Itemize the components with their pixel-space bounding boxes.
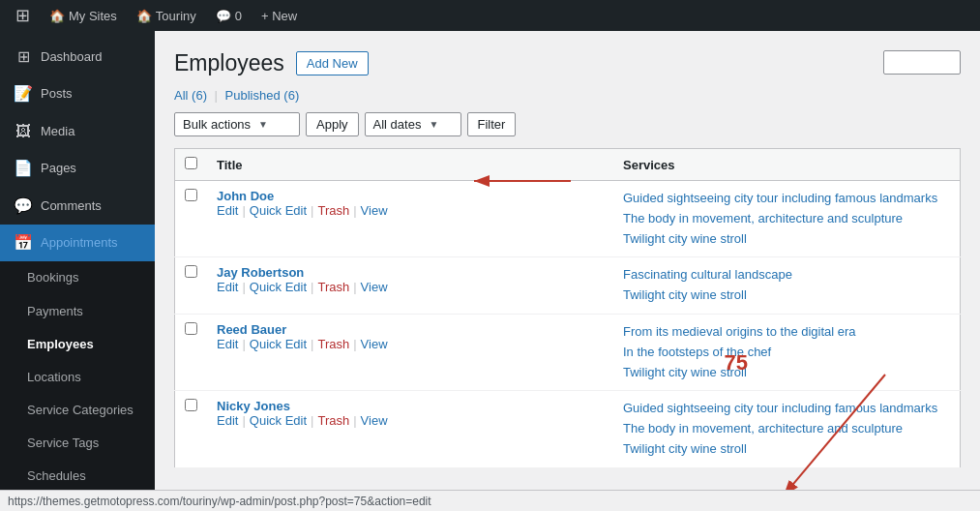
sidebar-item-payments[interactable]: Payments [0, 295, 155, 328]
all-dates-select[interactable]: All dates ▼ [365, 112, 461, 136]
service-link[interactable]: Twilight city wine stroll [623, 286, 950, 306]
services-cell-2: From its medieval origins to the digital… [613, 314, 961, 390]
page-header: Employees Add New [174, 50, 961, 76]
sidebar-item-appointments[interactable]: 📅 Appointments [0, 225, 155, 261]
sidebar-item-dashboard[interactable]: ⊞ Dashboard [0, 39, 155, 75]
quick-edit-link-1[interactable]: Quick Edit [250, 280, 307, 294]
row-title-1[interactable]: Jay Robertson [217, 265, 304, 280]
pages-icon: 📄 [14, 158, 33, 179]
select-all-checkbox[interactable] [185, 157, 197, 169]
my-sites-link[interactable]: 🏠 My Sites [42, 0, 125, 31]
home-icon: 🏠 [49, 9, 65, 23]
filter-all-link[interactable]: All (6) [174, 88, 211, 103]
service-link[interactable]: In the footsteps of the chef [623, 343, 950, 363]
quick-edit-link-3[interactable]: Quick Edit [250, 413, 307, 428]
quick-edit-link-0[interactable]: Quick Edit [250, 203, 307, 218]
site-icon: 🏠 [136, 9, 152, 23]
filter-button[interactable]: Filter [467, 112, 517, 136]
wp-logo[interactable]: ⊞ [8, 0, 38, 31]
sidebar: ⊞ Dashboard 📝 Posts 🖼 Media 📄 Pages 💬 Co… [0, 31, 155, 490]
row-actions-1: Edit | Quick Edit | Trash | View [217, 280, 604, 294]
services-cell-1: Fascinating cultural landscapeTwilight c… [613, 257, 961, 315]
service-link[interactable]: The body in movement, architecture and s… [623, 419, 950, 439]
page-title: Employees [174, 50, 284, 76]
dashboard-icon: ⊞ [14, 46, 33, 68]
media-icon: 🖼 [14, 121, 33, 142]
sidebar-item-schedules[interactable]: Schedules [0, 460, 155, 490]
comments-icon: 💬 [216, 9, 231, 23]
posts-icon: 📝 [14, 83, 33, 105]
row-checkbox-1[interactable] [185, 265, 197, 278]
row-title-2[interactable]: Reed Bauer [217, 322, 286, 337]
trash-link-1[interactable]: Trash [317, 280, 349, 294]
new-link[interactable]: + New [253, 0, 305, 31]
row-checkbox-0[interactable] [185, 189, 197, 201]
status-bar: https://themes.getmotopress.com/touriny/… [0, 490, 980, 511]
edit-link-0[interactable]: Edit [217, 203, 238, 218]
all-dates-chevron-icon: ▼ [429, 119, 438, 130]
trash-link-3[interactable]: Trash [317, 413, 349, 428]
quick-edit-link-2[interactable]: Quick Edit [250, 337, 307, 351]
view-link-0[interactable]: View [361, 203, 388, 218]
services-cell-0: Guided sightseeing city tour including f… [613, 181, 961, 257]
table-header-row: Title Services [175, 149, 961, 181]
row-checkbox-2[interactable] [185, 322, 197, 335]
row-checkbox-3[interactable] [185, 399, 197, 411]
row-actions-3: Edit | Quick Edit | Trash | View [217, 413, 604, 428]
trash-link-2[interactable]: Trash [317, 337, 349, 351]
comments-link[interactable]: 💬 0 [208, 0, 250, 31]
row-title-3[interactable]: Nicky Jones [217, 399, 290, 413]
admin-bar: ⊞ 🏠 My Sites 🏠 Touriny 💬 0 + New [0, 0, 980, 31]
edit-link-3[interactable]: Edit [217, 413, 238, 428]
service-link[interactable]: The body in movement, architecture and s… [623, 209, 950, 229]
services-cell-3: Guided sightseeing city tour including f… [613, 391, 961, 467]
table-row: Jay Robertson Edit | Quick Edit | Trash … [175, 257, 961, 315]
trash-link-0[interactable]: Trash [317, 203, 349, 218]
service-link[interactable]: Guided sightseeing city tour including f… [623, 189, 950, 209]
view-link-3[interactable]: View [361, 413, 388, 428]
sidebar-item-locations[interactable]: Locations [0, 361, 155, 394]
edit-link-2[interactable]: Edit [217, 337, 238, 351]
bulk-actions-chevron-icon: ▼ [258, 119, 268, 130]
site-name-link[interactable]: 🏠 Touriny [129, 0, 204, 31]
view-link-2[interactable]: View [361, 337, 388, 351]
table-row: Reed Bauer Edit | Quick Edit | Trash | V… [175, 314, 961, 390]
service-link[interactable]: Twilight city wine stroll [623, 229, 950, 250]
toolbar: Bulk actions ▼ Apply All dates ▼ Filter [174, 112, 961, 136]
row-actions-2: Edit | Quick Edit | Trash | View [217, 337, 604, 351]
service-link[interactable]: Twilight city wine stroll [623, 363, 950, 383]
table-row: Nicky Jones Edit | Quick Edit | Trash | … [175, 391, 961, 467]
service-link[interactable]: Guided sightseeing city tour including f… [623, 399, 950, 419]
title-column-header[interactable]: Title [207, 149, 613, 181]
service-link[interactable]: From its medieval origins to the digital… [623, 322, 950, 343]
service-link[interactable]: Fascinating cultural landscape [623, 265, 950, 286]
search-input[interactable] [883, 50, 961, 75]
sidebar-item-service-categories[interactable]: Service Categories [0, 394, 155, 427]
select-all-header [175, 149, 208, 181]
sidebar-item-pages[interactable]: 📄 Pages [0, 150, 155, 187]
sidebar-item-bookings[interactable]: Bookings [0, 261, 155, 294]
edit-link-1[interactable]: Edit [217, 280, 238, 294]
apply-button[interactable]: Apply [306, 112, 359, 136]
main-content: Employees Add New All (6) | Published (6… [155, 31, 980, 490]
add-new-button[interactable]: Add New [296, 51, 369, 75]
sidebar-item-media[interactable]: 🖼 Media [0, 113, 155, 150]
sidebar-item-service-tags[interactable]: Service Tags [0, 427, 155, 460]
filter-links: All (6) | Published (6) [174, 88, 961, 103]
main-layout: ⊞ Dashboard 📝 Posts 🖼 Media 📄 Pages 💬 Co… [0, 31, 980, 490]
appointments-icon: 📅 [14, 232, 33, 254]
sidebar-item-posts[interactable]: 📝 Posts [0, 75, 155, 112]
bulk-actions-select[interactable]: Bulk actions ▼ [174, 112, 300, 136]
sidebar-item-employees[interactable]: Employees [0, 328, 155, 361]
employees-table: Title Services John Doe Edit | Quick Edi… [174, 148, 961, 468]
filter-published-link[interactable]: Published (6) [225, 88, 300, 103]
sidebar-sub-appointments: Bookings Payments Employees Locations Se… [0, 261, 155, 490]
wp-icon: ⊞ [15, 5, 30, 26]
search-box [883, 50, 961, 75]
row-title-0[interactable]: John Doe [217, 189, 274, 203]
table-row: John Doe Edit | Quick Edit | Trash | Vie… [175, 181, 961, 257]
services-column-header: Services [613, 149, 961, 181]
service-link[interactable]: Twilight city wine stroll [623, 439, 950, 460]
view-link-1[interactable]: View [361, 280, 388, 294]
sidebar-item-comments[interactable]: 💬 Comments [0, 188, 155, 225]
